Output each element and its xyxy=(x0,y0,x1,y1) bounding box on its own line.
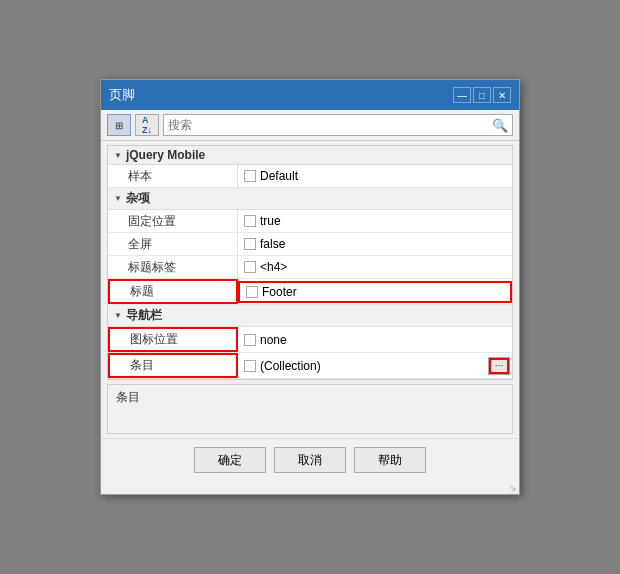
prop-val-title-tag: <h4> xyxy=(260,260,287,274)
checkbox-fullscreen[interactable] xyxy=(244,238,256,250)
prop-name-icon-pos: 图标位置 xyxy=(108,327,238,352)
section-header-nav: ▼ 导航栏 xyxy=(108,305,512,327)
checkbox-title-tag[interactable] xyxy=(244,261,256,273)
prop-val-fixed: true xyxy=(260,214,281,228)
prop-row-sample: 样本 Default xyxy=(108,165,512,188)
prop-value-items: (Collection) ··· xyxy=(238,355,512,377)
prop-name-items: 条目 xyxy=(108,353,238,378)
prop-val-fullscreen: false xyxy=(260,237,285,251)
search-box: 🔍 xyxy=(163,114,513,136)
prop-val-icon-pos: none xyxy=(260,333,287,347)
minimize-button[interactable]: — xyxy=(453,87,471,103)
section-label-nav: 导航栏 xyxy=(126,307,162,324)
section-header-jquery-mobile: ▼ jQuery Mobile xyxy=(108,146,512,165)
prop-value-fullscreen: false xyxy=(238,233,512,255)
search-input[interactable] xyxy=(168,118,492,132)
toolbar: ⊞ AZ↓ 🔍 xyxy=(101,110,519,141)
prop-row-icon-pos: 图标位置 none xyxy=(108,327,512,353)
checkbox-icon-pos[interactable] xyxy=(244,334,256,346)
footer-bar: 确定 取消 帮助 xyxy=(101,438,519,483)
prop-row-title-tag: 标题标签 <h4> xyxy=(108,256,512,279)
maximize-button[interactable]: □ xyxy=(473,87,491,103)
prop-val-title: Footer xyxy=(262,285,297,299)
prop-name-fixed: 固定位置 xyxy=(108,210,238,232)
checkbox-sample[interactable] xyxy=(244,170,256,182)
prop-name-title: 标题 xyxy=(108,279,238,304)
checkbox-items[interactable] xyxy=(244,360,256,372)
prop-row-fullscreen: 全屏 false xyxy=(108,233,512,256)
cancel-button[interactable]: 取消 xyxy=(274,447,346,473)
sort-icon[interactable]: AZ↓ xyxy=(135,114,159,136)
prop-val-items: (Collection) xyxy=(260,359,321,373)
prop-row-title: 标题 Footer xyxy=(108,279,512,305)
prop-name-title-tag: 标题标签 xyxy=(108,256,238,278)
prop-val-sample: Default xyxy=(260,169,298,183)
close-button[interactable]: ✕ xyxy=(493,87,511,103)
prop-row-items: 条目 (Collection) ··· xyxy=(108,353,512,379)
title-bar: 页脚 — □ ✕ xyxy=(101,80,519,110)
bottom-panel: 条目 xyxy=(107,384,513,434)
view-icon[interactable]: ⊞ xyxy=(107,114,131,136)
section-header-misc: ▼ 杂项 xyxy=(108,188,512,210)
section-label-misc: 杂项 xyxy=(126,190,150,207)
prop-row-fixed: 固定位置 true xyxy=(108,210,512,233)
section-label-jquery-mobile: jQuery Mobile xyxy=(126,148,205,162)
prop-name-sample: 样本 xyxy=(108,165,238,187)
dialog-title: 页脚 xyxy=(109,86,135,104)
resize-corner: ⇘ xyxy=(101,483,519,494)
dialog: 页脚 — □ ✕ ⊞ AZ↓ 🔍 ▼ jQuery Mobile 样本 Defa… xyxy=(100,79,520,495)
bottom-panel-label: 条目 xyxy=(116,390,140,404)
prop-value-sample: Default xyxy=(238,165,512,187)
properties-area: ▼ jQuery Mobile 样本 Default ▼ 杂项 固定位置 tru… xyxy=(107,145,513,380)
checkbox-fixed[interactable] xyxy=(244,215,256,227)
confirm-button[interactable]: 确定 xyxy=(194,447,266,473)
collapse-icon-nav[interactable]: ▼ xyxy=(114,311,122,320)
prop-name-fullscreen: 全屏 xyxy=(108,233,238,255)
prop-value-icon-pos: none xyxy=(238,329,512,351)
prop-value-fixed: true xyxy=(238,210,512,232)
prop-value-title[interactable]: Footer xyxy=(238,281,512,303)
help-button[interactable]: 帮助 xyxy=(354,447,426,473)
search-icon: 🔍 xyxy=(492,118,508,133)
ellipsis-button[interactable]: ··· xyxy=(488,357,510,375)
prop-value-title-tag: <h4> xyxy=(238,256,512,278)
collapse-icon-misc[interactable]: ▼ xyxy=(114,194,122,203)
checkbox-title[interactable] xyxy=(246,286,258,298)
title-bar-buttons: — □ ✕ xyxy=(453,87,511,103)
collapse-icon[interactable]: ▼ xyxy=(114,151,122,160)
